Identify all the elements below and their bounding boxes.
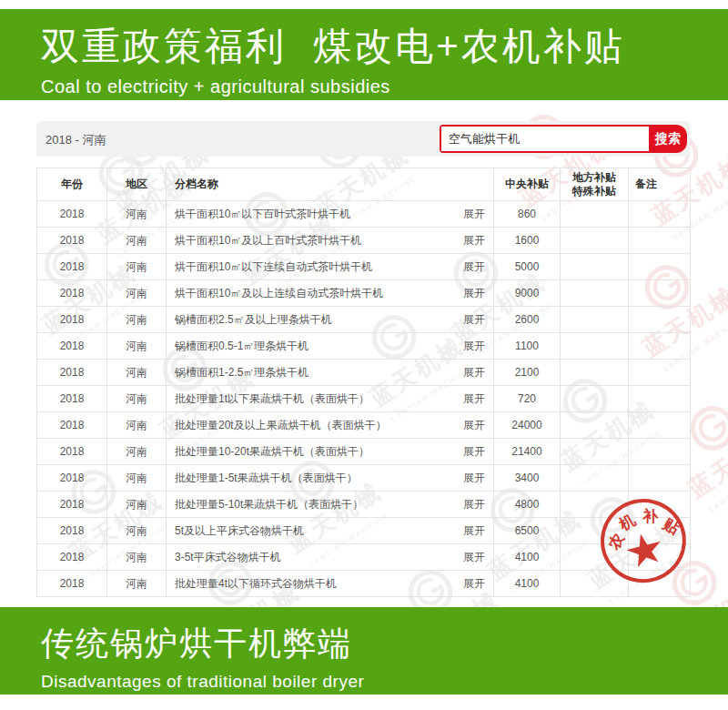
toolbar: 2018 - 河南 搜索 [36,121,690,157]
cell-year: 2018 [37,254,107,280]
cell-note [629,201,691,228]
cell-central-subsidy: 2100 [494,360,561,386]
column-header-year: 年份 [37,168,107,201]
cell-central-subsidy: 9000 [494,280,561,307]
expand-link[interactable]: 展开 [463,207,485,222]
cell-local-subsidy [561,280,629,307]
column-header-local-line1: 地方补贴 [561,171,628,185]
table-row: 2018河南批处理量1-5t果蔬烘干机（表面烘干）展开3400 [37,465,691,492]
cell-name: 锅槽面积2.5㎡及以上理条烘干机展开 [167,307,494,333]
expand-link[interactable]: 展开 [463,391,485,407]
cell-name: 批处理量1t以下果蔬烘干机（表面烘干）展开 [167,386,494,412]
cell-year: 2018 [37,228,107,254]
cell-name: 批处理量5-10t果蔬烘干机（表面烘干）展开 [167,492,494,518]
cell-year: 2018 [37,518,107,544]
table-header-row: 年份 地区 分档名称 中央补贴 地方补贴 特殊补贴 备注 [37,168,691,201]
cell-note [629,412,691,439]
expand-link[interactable]: 展开 [463,523,485,539]
cell-region: 河南 [107,465,167,492]
expand-link[interactable]: 展开 [463,576,485,592]
search-box: 搜索 [440,125,687,153]
cell-region: 河南 [107,280,167,307]
table-row: 2018河南烘干面积10㎡及以上百叶式茶叶烘干机展开1600 [37,228,691,254]
filter-breadcrumb: 2018 - 河南 [46,132,106,148]
search-button[interactable]: 搜索 [649,125,687,153]
column-header-note: 备注 [629,168,691,201]
table-row: 2018河南5t及以上平床式谷物烘干机展开6500 [37,518,691,544]
cell-region: 河南 [107,307,167,333]
cell-local-subsidy [561,333,629,360]
cell-year: 2018 [37,333,107,360]
expand-link[interactable]: 展开 [463,339,485,354]
cell-note [629,386,691,412]
cell-central-subsidy: 4100 [494,544,561,571]
cell-year: 2018 [37,492,107,518]
cell-central-subsidy: 4800 [494,492,561,518]
cell-year: 2018 [37,280,107,307]
cell-note [629,571,691,597]
cell-local-subsidy [561,254,629,280]
cell-local-subsidy [561,412,629,439]
expand-link[interactable]: 展开 [463,233,485,248]
cell-name: 批处理量4t以下循环式谷物烘干机展开 [167,571,494,597]
table-row: 2018河南批处理量4t以下循环式谷物烘干机展开4100 [37,571,691,597]
cell-name: 锅槽面积0.5-1㎡理条烘干机展开 [167,333,494,360]
cell-central-subsidy: 720 [494,386,561,412]
footer-banner: 传统锅炉烘干机弊端 Disadvantages of traditional b… [0,607,728,695]
expand-link[interactable]: 展开 [463,259,485,275]
cell-note [629,544,691,571]
cell-name: 烘干面积10㎡及以上连续自动式茶叶烘干机展开 [167,280,494,307]
expand-link[interactable]: 展开 [463,444,485,460]
cell-region: 河南 [107,360,167,386]
cell-year: 2018 [37,386,107,412]
expand-link[interactable]: 展开 [463,497,485,512]
cell-central-subsidy: 3400 [494,465,561,492]
expand-link[interactable]: 展开 [463,418,485,433]
cell-region: 河南 [107,201,167,228]
expand-link[interactable]: 展开 [463,365,485,380]
cell-region: 河南 [107,228,167,254]
expand-link[interactable]: 展开 [463,312,485,328]
cell-name: 批处理量20t及以上果蔬烘干机（表面烘干）展开 [167,412,494,439]
cell-central-subsidy: 1100 [494,333,561,360]
table-row: 2018河南锅槽面积2.5㎡及以上理条烘干机展开2600 [37,307,691,333]
column-header-name: 分档名称 [167,168,494,201]
header-title: 双重政策福利 煤改电+农机补贴 [41,9,728,72]
cell-region: 河南 [107,544,167,571]
page: 蓝天机械LANTIAN MACHINE蓝天机械LANTIAN MACHINE蓝天… [0,0,728,710]
cell-local-subsidy [561,544,629,571]
table-row: 2018河南批处理量10-20t果蔬烘干机（表面烘干）展开21400 [37,439,691,465]
cell-name: 烘干面积10㎡以下百叶式茶叶烘干机展开 [167,201,494,228]
table-row: 2018河南烘干面积10㎡及以上连续自动式茶叶烘干机展开9000 [37,280,691,307]
expand-link[interactable]: 展开 [463,550,485,565]
column-header-central-subsidy: 中央补贴 [494,168,561,201]
cell-name: 批处理量10-20t果蔬烘干机（表面烘干）展开 [167,439,494,465]
cell-note [629,333,691,360]
table-row: 2018河南批处理量20t及以上果蔬烘干机（表面烘干）展开24000 [37,412,691,439]
search-input[interactable] [441,127,649,151]
cell-note [629,228,691,254]
cell-year: 2018 [37,439,107,465]
column-header-local-line2: 特殊补贴 [561,185,628,198]
table-row: 2018河南锅槽面积0.5-1㎡理条烘干机展开1100 [37,333,691,360]
footer-subtitle: Disadvantages of traditional boiler drye… [41,672,728,692]
cell-year: 2018 [37,360,107,386]
cell-region: 河南 [107,492,167,518]
expand-link[interactable]: 展开 [463,471,485,486]
cell-region: 河南 [107,412,167,439]
cell-year: 2018 [37,412,107,439]
cell-note [629,254,691,280]
cell-central-subsidy: 1600 [494,228,561,254]
footer-title: 传统锅炉烘干机弊端 [41,607,728,666]
table-row: 2018河南锅槽面积1-2.5㎡理条烘干机展开2100 [37,360,691,386]
cell-region: 河南 [107,333,167,360]
cell-year: 2018 [37,544,107,571]
cell-name: 烘干面积10㎡以下连续自动式茶叶烘干机展开 [167,254,494,280]
cell-name: 锅槽面积1-2.5㎡理条烘干机展开 [167,360,494,386]
cell-central-subsidy: 2600 [494,307,561,333]
cell-central-subsidy: 6500 [494,518,561,544]
expand-link[interactable]: 展开 [463,286,485,301]
cell-local-subsidy [561,307,629,333]
cell-central-subsidy: 860 [494,201,561,228]
cell-central-subsidy: 21400 [494,439,561,465]
